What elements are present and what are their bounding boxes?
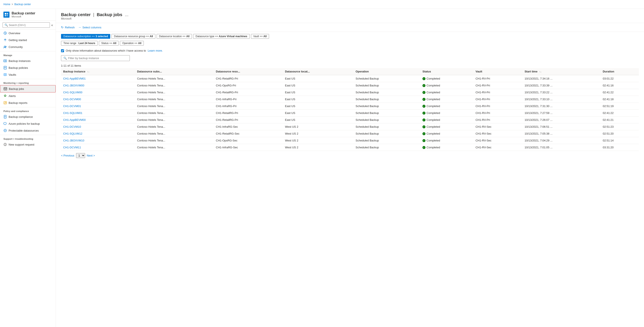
filter-time-range[interactable]: Time range : Last 24 hours [61,41,98,46]
refresh-button[interactable]: ↻ Refresh [61,25,75,30]
cell-backup-instance[interactable]: CH1-AppBEVM00 [61,117,135,123]
cell-backup-instance[interactable]: CH1-DCVM01 [61,103,135,110]
access-filter-checkbox[interactable] [61,49,64,52]
previous-page-button[interactable]: < Previous [61,154,74,157]
sidebar-item-community[interactable]: Community [0,44,56,50]
filter-datasource-subscription[interactable]: Datasource subscription == 3 selected [61,34,110,39]
sidebar-item-backup-instances[interactable]: Backup instances [0,57,56,64]
cell-datasource-reso: CH1-InfraRG-Pri [214,96,283,103]
svg-rect-11 [4,88,7,90]
status-completed-icon: ✓ [422,105,426,108]
page-more-button[interactable]: ... [125,12,128,17]
cell-backup-instance[interactable]: CH1-SQLVM00 [61,89,135,96]
jobs-table-container: Backup instance ↑↓ Datasource subs... Da… [56,68,644,151]
col-start-time[interactable]: Start time ↑↓ [522,68,600,75]
cell-backup-instance[interactable]: CH1-SQLVM12 [61,130,135,137]
col-datasource-reso: Datasource reso... [214,68,283,75]
new-support-request-icon [4,143,7,146]
filter-operation[interactable]: Operation == All [120,41,144,46]
sidebar-item-new-support-request[interactable]: New support request [0,141,56,148]
cell-vault: CH1-RV-Sec [474,137,522,144]
cell-backup-instance[interactable]: CH1-JBOXVM00 [61,82,135,89]
sidebar-item-label-community: Community [8,45,23,49]
cell-backup-instance[interactable]: CH1-JBOXVM10 [61,137,135,144]
cell-duration: 02:51:23 [600,123,639,130]
cell-duration: 02:41:22 [600,89,639,96]
page-number-select[interactable]: 1 [76,153,85,158]
sidebar-item-protectable-datasources[interactable]: Protectable datasources [0,127,56,134]
cell-backup-instance[interactable]: CH1-DCVM00 [61,96,135,103]
filter-datasource-location[interactable]: Datasource location == All [157,34,192,39]
filter-datasource-resource-group[interactable]: Datasource resource group == All [112,34,155,39]
sidebar-item-label-new-support-request: New support request [8,143,34,146]
sidebar-item-vaults[interactable]: Vaults [0,71,56,78]
col-status: Status [420,68,474,75]
sidebar-item-backup-reports[interactable]: Backup reports [0,99,56,106]
cell-datasource-subs: Contoso Hotels Tena... [135,137,214,144]
cell-operation: Scheduled Backup [354,75,420,82]
sidebar-item-backup-compliance[interactable]: Backup compliance [0,113,56,120]
select-columns-button[interactable]: → Select columns [78,25,102,30]
sort-icon-start-time: ↑↓ [539,70,542,73]
sidebar-item-backup-jobs[interactable]: Backup jobs [0,85,56,93]
sidebar-item-label-backup-compliance: Backup compliance [8,115,33,118]
status-completed-icon: ✓ [422,112,426,115]
filter-status[interactable]: Status == All [99,41,118,46]
pagination: < Previous 1 Next > [56,151,644,160]
cell-vault: CH1-RV-Pri [474,110,522,117]
cell-datasource-reso: CH1-InfraRG-Pri [214,103,283,110]
status-label: Completed [426,84,440,87]
col-backup-instance[interactable]: Backup instance ↑↓ [61,68,135,75]
page-title: Backup center | Backup jobs [61,12,122,17]
table-row: CH1-SQLVM01 Contoso Hotels Tena... CH1-R… [61,110,639,117]
cell-datasource-reso: CH1-RetailRG-Pri [214,117,283,123]
cell-status: ✓ Completed [420,103,474,110]
cell-status: ✓ Completed [420,75,474,82]
cell-operation: Scheduled Backup [354,96,420,103]
nav-section-monitoring: Monitoring + reporting [0,79,56,85]
sidebar-app-subtitle: Microsoft [12,15,35,18]
table-row: CH1-JBOXVM00 Contoso Hotels Tena... CH1-… [61,82,639,89]
checkbox-label: Only show information about datasources … [66,49,146,52]
cell-backup-instance[interactable]: CH1-DCVM10 [61,123,135,130]
sidebar-item-overview[interactable]: Overview [0,30,56,37]
learn-more-link[interactable]: Learn more. [148,49,163,52]
sidebar-search-input[interactable] [9,24,48,27]
filter-backup-instance-input[interactable] [68,57,128,60]
svg-rect-1 [7,13,8,15]
next-page-button[interactable]: Next > [87,154,95,157]
toolbar: ↻ Refresh → Select columns [56,23,644,32]
cell-datasource-subs: Contoso Hotels Tena... [135,117,214,123]
cell-backup-instance[interactable]: CH1-SQLVM01 [61,110,135,117]
status-completed-icon: ✓ [422,132,426,135]
sidebar-item-getting-started[interactable]: Getting started [0,37,56,44]
cell-datasource-locat: West US 2 [283,123,354,130]
table-row: CH1-DCVM10 Contoso Hotels Tena... CH1-In… [61,123,639,130]
filter-input-box[interactable]: 🔍 [61,55,130,61]
filter-search-icon: 🔍 [64,57,67,60]
azure-policies-icon [4,122,7,125]
sidebar-item-backup-policies[interactable]: Backup policies [0,64,56,71]
status-completed-icon: ✓ [422,91,426,94]
breadcrumb-home[interactable]: Home [4,3,10,6]
refresh-icon: ↻ [61,26,64,29]
cell-backup-instance[interactable]: CH1-AppBEVM01 [61,75,135,82]
cell-vault: CH1-RV-Pri [474,89,522,96]
sidebar-item-alerts[interactable]: Alerts [0,93,56,99]
top-bar: Home > Backup center [0,0,644,9]
collapse-button[interactable]: « [51,23,53,27]
cell-datasource-reso: CH1-RetailRG-Pri [214,110,283,117]
col-operation: Operation [354,68,420,75]
sidebar-item-label-backup-jobs: Backup jobs [9,87,24,91]
cell-backup-instance[interactable]: CH1-DCVM11 [61,144,135,151]
filter-datasource-type[interactable]: Datasource type == Azure Virtual machine… [193,34,250,39]
breadcrumb-backup-center[interactable]: Backup center [14,3,31,6]
sidebar-item-azure-policies[interactable]: Azure policies for backup [0,120,56,127]
cell-status: ✓ Completed [420,144,474,151]
sidebar-search-box[interactable]: 🔍 [2,22,50,28]
status-label: Completed [426,111,440,115]
col-duration: Duration [600,68,639,75]
cell-status: ✓ Completed [420,117,474,123]
cell-start-time: 10/13/2021, 7:06:51 ... [522,123,600,130]
filter-vault[interactable]: Vault == All [251,34,269,39]
